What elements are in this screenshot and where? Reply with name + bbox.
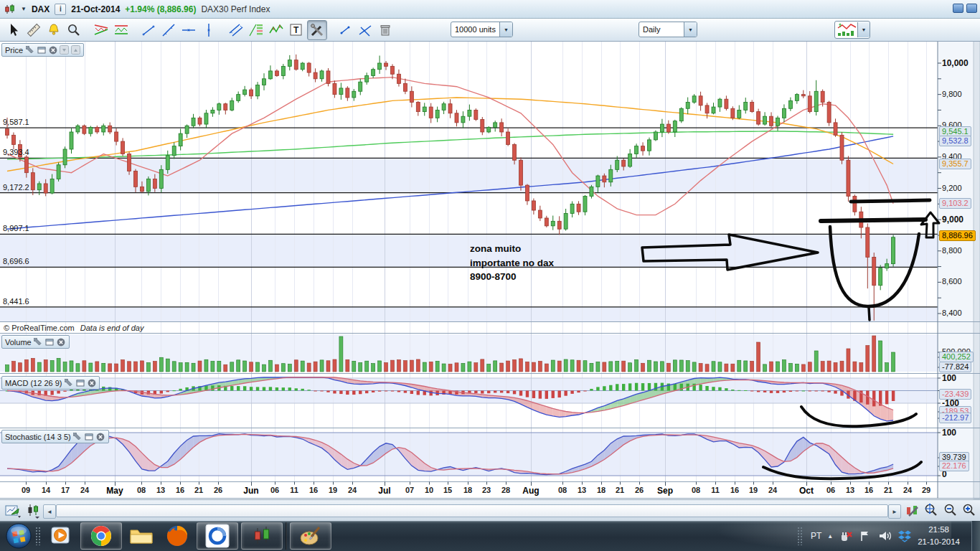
panel-close-icon[interactable] [57, 337, 66, 347]
adjust-candle-width-button[interactable] [904, 502, 921, 519]
quote-change: +1.94% (8,886.96) [125, 4, 196, 14]
wedge-pattern-icon [93, 22, 110, 39]
taskbar-clock[interactable]: 21:58 21-10-2014 [918, 524, 960, 547]
window-minimize-icon[interactable] [953, 4, 963, 13]
panel-detach-window-icon[interactable] [45, 337, 55, 347]
horizontal-segment-tool-button[interactable] [179, 21, 198, 39]
chart-style-button[interactable]: ▼ [834, 21, 870, 39]
zoom-in-button[interactable] [961, 502, 978, 519]
panel-move-up-icon[interactable] [71, 45, 80, 55]
zoom-out-button[interactable] [942, 502, 959, 519]
show-hidden-icons-button[interactable]: ▲ [827, 533, 833, 540]
panel-close-icon[interactable] [96, 432, 105, 441]
taskbar-separator [286, 522, 287, 550]
segment-tool-button[interactable] [139, 21, 158, 39]
candlestick-app-icon [250, 524, 274, 548]
export-chart-button[interactable] [4, 502, 22, 519]
taskbar-item-firefox[interactable] [159, 522, 195, 550]
vertical-line-tool-button[interactable] [199, 21, 218, 39]
scroll-left-button[interactable]: ◄ [43, 504, 56, 519]
panel-detach-window-icon[interactable] [85, 432, 94, 441]
units-dropdown[interactable]: 10000 units ▼ [451, 22, 513, 37]
dropdown-arrow-icon: ▼ [857, 22, 870, 37]
panel-settings-wrench-icon[interactable] [64, 378, 73, 387]
cursor-tool-button[interactable] [4, 21, 23, 39]
volume-speaker-icon[interactable] [877, 529, 892, 542]
stochastic-panel-title: Stochastic (14 3 5) [5, 433, 71, 441]
svg-text:T: T [293, 25, 299, 35]
tools-icon [308, 22, 326, 39]
crossed-lines-tool-button[interactable] [356, 21, 374, 39]
candlestick-options-icon [25, 503, 41, 519]
chart-style-icon [837, 22, 857, 37]
taskbar-item-explorer[interactable] [123, 522, 159, 550]
taskbar-item-blue-circle-app[interactable] [197, 522, 238, 550]
text-tool-button[interactable]: T [287, 21, 306, 39]
trash-icon [377, 22, 394, 39]
delete-drawings-button[interactable] [376, 21, 395, 39]
candlestick-mini-icon [4, 4, 16, 15]
zigzag-tool-button[interactable] [267, 21, 286, 39]
short-segment-tool-button[interactable] [336, 21, 354, 39]
macd-panel-title: MACD (12 26 9) [5, 379, 62, 387]
crossed-lines-icon [357, 22, 374, 39]
power-disconnected-icon[interactable] [839, 529, 853, 542]
trendline-icon [160, 22, 177, 39]
panel-detach-window-icon[interactable] [37, 45, 46, 55]
magnifier-icon [65, 22, 83, 39]
parallel-lines-tool-button[interactable] [227, 21, 245, 39]
alerts-tool-button[interactable] [44, 21, 63, 39]
panel-close-icon[interactable] [48, 45, 57, 55]
info-icon[interactable]: i [55, 4, 66, 15]
show-desktop-button[interactable] [971, 521, 980, 551]
taskbar-item-media-player[interactable] [43, 522, 79, 550]
zoom-tool-button[interactable] [65, 21, 83, 39]
zigzag-icon [268, 22, 285, 39]
timeframe-dropdown[interactable]: Daily ▼ [639, 22, 697, 37]
taskbar-item-paint[interactable] [290, 522, 331, 550]
panel-detach-window-icon[interactable] [75, 378, 85, 387]
panel-settings-wrench-icon[interactable] [73, 432, 83, 441]
panel-settings-wrench-icon[interactable] [34, 337, 43, 347]
scroll-right-button[interactable]: ► [888, 504, 901, 519]
horizontal-scrollbar[interactable] [56, 504, 888, 517]
ruler-tool-button[interactable] [24, 21, 43, 39]
language-indicator[interactable]: PT [811, 531, 821, 541]
zoom-in-icon [961, 503, 977, 519]
action-center-flag-icon[interactable] [859, 529, 872, 542]
fit-zoom-button[interactable] [923, 502, 940, 519]
drawing-tools-button[interactable] [307, 20, 327, 40]
panel-move-down-icon[interactable] [60, 45, 69, 55]
fit-zoom-icon [923, 503, 939, 519]
panel-close-icon[interactable] [87, 378, 96, 387]
taskbar-item-chrome[interactable] [80, 522, 122, 550]
zoom-out-icon [943, 503, 958, 519]
pattern-wedge-tool-button[interactable] [92, 21, 110, 39]
volume-panel-title: Volume [5, 338, 32, 347]
panel-settings-wrench-icon[interactable] [25, 45, 34, 55]
units-dropdown-value: 10000 units [451, 25, 499, 34]
fibonacci-icon [248, 22, 265, 39]
prorealtime-workstation: 10,0009,8009,6009,4009,2009,0008,8008,60… [0, 0, 980, 551]
taskbar-item-prorealtime[interactable] [241, 522, 283, 550]
chart-display-options-button[interactable] [24, 502, 42, 519]
start-button[interactable] [4, 522, 33, 550]
dropbox-icon[interactable] [897, 529, 912, 542]
fibonacci-tool-button[interactable] [247, 21, 265, 39]
tray-grip [797, 527, 803, 545]
instrument-symbol[interactable]: DAX [32, 4, 50, 14]
pattern-range-tool-button[interactable] [112, 21, 131, 39]
folder-icon [129, 526, 154, 546]
window-restore-icon[interactable] [966, 4, 977, 13]
range-pattern-icon [113, 22, 130, 39]
price-panel-title: Price [5, 46, 23, 55]
index-name: DAX30 Perf Index [201, 4, 270, 14]
instrument-dropdown-icon[interactable]: ▼ [21, 6, 27, 12]
trendline-tool-button[interactable] [159, 21, 178, 39]
ruler-icon [25, 22, 42, 39]
system-tray: PT ▲ 21:58 21-10-2014 [795, 521, 971, 551]
clock-time: 21:58 [918, 524, 960, 536]
segment-icon [140, 22, 157, 39]
candle-wrench-icon [905, 503, 920, 519]
export-chart-icon [5, 503, 21, 519]
